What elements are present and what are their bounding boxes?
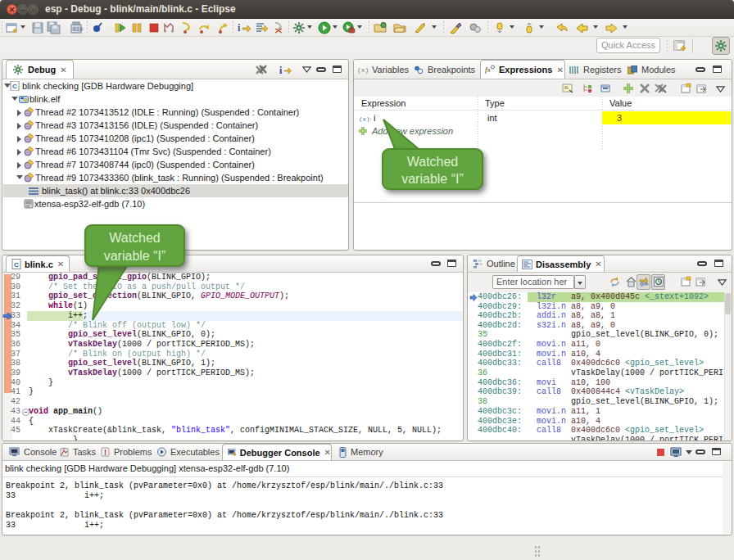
svg-text:C: C bbox=[12, 83, 17, 90]
svg-text:(x)=: (x)= bbox=[357, 66, 369, 74]
svg-text:C: C bbox=[14, 261, 19, 269]
svg-text:i: i bbox=[238, 22, 241, 34]
svg-text:i: i bbox=[279, 65, 283, 75]
svg-text:010: 010 bbox=[73, 26, 84, 33]
svg-text:(x)=: (x)= bbox=[359, 116, 371, 123]
svg-text:fx: fx bbox=[485, 65, 492, 74]
